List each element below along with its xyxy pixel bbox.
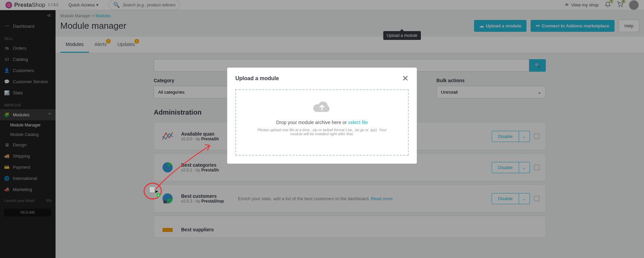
modal-overlay[interactable]: Upload a module ✕ Drop your module archi… xyxy=(0,0,644,247)
cloud-upload-icon xyxy=(244,99,400,117)
close-icon[interactable]: ✕ xyxy=(402,74,409,83)
select-file-link[interactable]: select file xyxy=(348,120,368,125)
dropzone[interactable]: Drop your module archive here or select … xyxy=(235,89,409,156)
upload-modal: Upload a module ✕ Drop your module archi… xyxy=(227,68,417,164)
modal-title: Upload a module xyxy=(235,75,279,81)
dropzone-text: Drop your module archive here or select … xyxy=(244,120,400,125)
dropzone-hint: Please upload one file at a time, .zip o… xyxy=(244,128,400,136)
